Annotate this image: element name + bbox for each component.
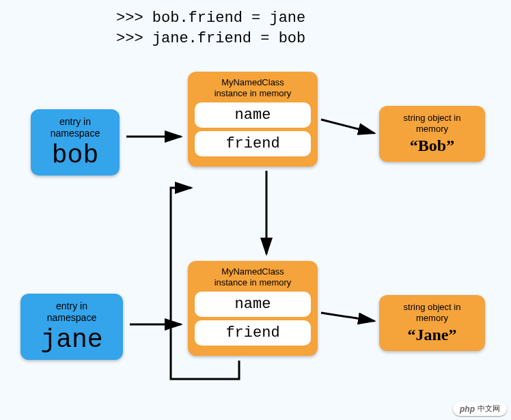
instance-header: MyNamedClass instance in memory xyxy=(195,266,311,288)
string-value-jane: “Jane” xyxy=(389,326,475,344)
instance-bob: MyNamedClass instance in memory name fri… xyxy=(188,72,318,167)
instance-jane: MyNamedClass instance in memory name fri… xyxy=(188,261,318,356)
code-example: >>> bob.friend = jane >>> jane.friend = … xyxy=(116,8,305,48)
attr-friend: friend xyxy=(195,131,311,156)
namespace-var-jane: jane xyxy=(29,325,115,354)
watermark: php 中文网 xyxy=(453,402,507,416)
string-object-jane: string object in memory “Jane” xyxy=(379,295,485,351)
instance-header: MyNamedClass instance in memory xyxy=(195,77,311,98)
svg-line-2 xyxy=(321,120,374,133)
namespace-var-bob: bob xyxy=(39,141,111,170)
code-line-2: >>> jane.friend = bob xyxy=(116,29,305,49)
code-line-1: >>> bob.friend = jane xyxy=(116,8,305,29)
namespace-entry-bob: entry in namespace bob xyxy=(31,109,120,176)
string-value-bob: “Bob” xyxy=(389,137,475,155)
attr-friend: friend xyxy=(195,320,311,346)
string-label: string object in memory xyxy=(389,302,475,323)
svg-line-3 xyxy=(321,313,374,321)
watermark-logo: php xyxy=(460,404,475,414)
string-object-bob: string object in memory “Bob” xyxy=(379,106,485,162)
namespace-entry-jane: entry in namespace jane xyxy=(20,294,123,360)
watermark-text: 中文网 xyxy=(478,404,500,414)
attr-name: name xyxy=(195,102,311,128)
namespace-label: entry in namespace xyxy=(29,300,115,324)
string-label: string object in memory xyxy=(389,113,475,134)
namespace-label: entry in namespace xyxy=(39,116,111,139)
attr-name: name xyxy=(195,292,311,317)
